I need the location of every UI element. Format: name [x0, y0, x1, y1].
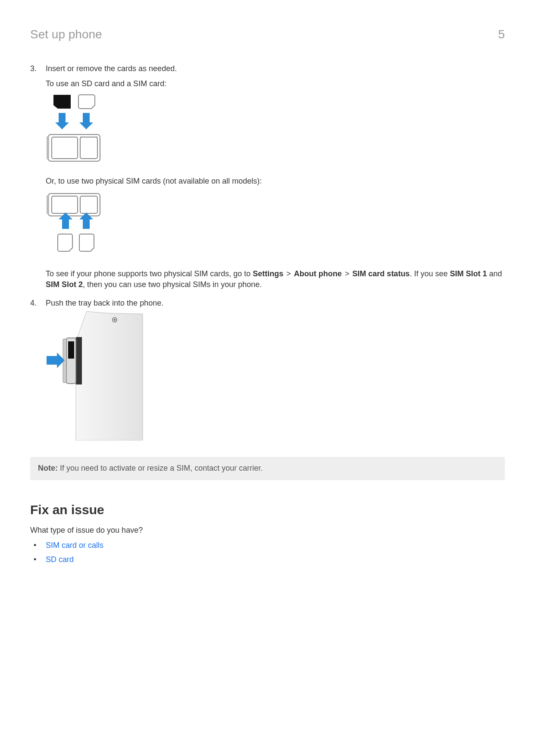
step-4-number: 4.	[30, 298, 46, 449]
text-fragment: and	[487, 269, 502, 278]
text-fragment: , then you can use two physical SIMs in …	[83, 280, 262, 289]
note-label: Note:	[38, 464, 58, 472]
step-3-intro: Insert or remove the cards as needed.	[46, 63, 505, 74]
step-3-sd-sim-caption: To use an SD card and a SIM card:	[46, 78, 505, 89]
page: Set up phone 5 3. Insert or remove the c…	[0, 0, 535, 756]
svg-rect-5	[47, 136, 49, 159]
fix-an-issue-heading: Fix an issue	[30, 501, 505, 519]
svg-rect-12	[80, 196, 97, 213]
svg-rect-14	[62, 219, 69, 229]
svg-rect-19	[76, 337, 82, 384]
step-4-body: Push the tray back into the phone.	[46, 298, 505, 449]
page-number: 5	[498, 26, 505, 43]
svg-marker-1	[55, 122, 69, 129]
page-title: Set up phone	[30, 26, 102, 43]
link-sd-card[interactable]: SD card	[46, 555, 74, 564]
text-fragment: . If you see	[410, 269, 450, 278]
svg-rect-11	[52, 196, 78, 213]
svg-point-18	[114, 319, 116, 321]
text-fragment: To see if your phone supports two physic…	[46, 269, 253, 278]
link-sim-card-or-calls[interactable]: SIM card or calls	[46, 541, 103, 550]
diagram-sd-and-sim	[46, 94, 505, 167]
svg-rect-21	[68, 341, 74, 359]
step-3: 3. Insert or remove the cards as needed.…	[30, 63, 505, 294]
bold-settings: Settings	[253, 269, 283, 278]
step-4: 4. Push the tray back into the phone.	[30, 298, 505, 449]
svg-rect-6	[52, 137, 78, 159]
note-box: Note: If you need to activate or resize …	[30, 457, 505, 480]
list-item: SIM card or calls	[30, 540, 505, 551]
bold-sim-card-status: SIM card status	[352, 269, 410, 278]
step-3-two-sim-caption: Or, to use two physical SIM cards (not a…	[46, 176, 505, 187]
issue-link-list: SIM card or calls SD card	[30, 540, 505, 565]
step-3-number: 3.	[30, 63, 46, 294]
svg-marker-3	[79, 122, 93, 129]
fix-question: What type of issue do you have?	[30, 525, 505, 536]
step-3-support-text: To see if your phone supports two physic…	[46, 269, 505, 290]
bold-sim-slot-2: SIM Slot 2	[46, 280, 83, 289]
step-4-text: Push the tray back into the phone.	[46, 298, 505, 309]
bold-about-phone: About phone	[294, 269, 342, 278]
svg-rect-7	[80, 137, 97, 159]
svg-rect-23	[47, 356, 57, 365]
step-3-body: Insert or remove the cards as needed. To…	[46, 63, 505, 294]
svg-rect-2	[83, 113, 90, 122]
bold-sim-slot-1: SIM Slot 1	[450, 269, 487, 278]
svg-rect-9	[48, 194, 100, 216]
breadcrumb-separator: >	[285, 269, 292, 278]
page-header: Set up phone 5	[30, 26, 505, 43]
svg-rect-10	[47, 195, 49, 214]
note-text: If you need to activate or resize a SIM,…	[58, 464, 263, 472]
breadcrumb-separator: >	[344, 269, 350, 278]
diagram-two-sims	[46, 191, 505, 260]
svg-rect-16	[83, 219, 90, 229]
svg-rect-4	[48, 134, 100, 161]
svg-rect-0	[59, 113, 66, 122]
diagram-push-tray	[46, 311, 505, 440]
list-item: SD card	[30, 554, 505, 565]
